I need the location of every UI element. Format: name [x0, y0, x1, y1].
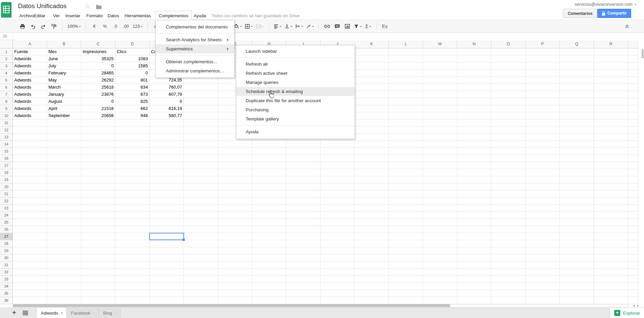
cell-E15[interactable]: [150, 148, 184, 155]
add-sheet-button[interactable]: +: [12, 309, 16, 317]
cell-K31[interactable]: [355, 262, 389, 269]
cell-R15[interactable]: [594, 148, 628, 155]
cell-G18[interactable]: [218, 169, 252, 176]
cell-C33[interactable]: [81, 276, 115, 283]
cell-A1[interactable]: Fuente: [13, 48, 47, 55]
functions-button[interactable]: Σ: [364, 22, 372, 30]
cell-F6[interactable]: [184, 84, 218, 91]
increase-decimals-button[interactable]: .00: [122, 22, 130, 30]
cell-E21[interactable]: [150, 190, 184, 198]
cell-F7[interactable]: [184, 91, 218, 98]
row-header-9[interactable]: 9: [0, 105, 13, 112]
cell-K29[interactable]: [355, 247, 389, 254]
cell-I28[interactable]: [286, 240, 320, 247]
cell-D23[interactable]: [115, 205, 150, 212]
cell-F5[interactable]: [184, 77, 218, 84]
row-header-10[interactable]: 10: [0, 112, 13, 119]
cell-D30[interactable]: [115, 254, 150, 262]
menu-ver[interactable]: Ver: [53, 12, 60, 20]
cell-R28[interactable]: [594, 240, 628, 247]
cell-S8[interactable]: [628, 98, 638, 105]
cell-Q18[interactable]: [560, 169, 594, 176]
cell-E36[interactable]: [150, 297, 184, 304]
cell-F34[interactable]: [184, 283, 218, 290]
cell-R18[interactable]: [594, 169, 628, 176]
cell-C13[interactable]: [81, 134, 115, 141]
cell-B6[interactable]: March: [47, 84, 81, 91]
cell-M4[interactable]: [423, 70, 457, 77]
cell-A9[interactable]: Adwords: [13, 105, 47, 112]
cell-B24[interactable]: [47, 212, 81, 219]
cell-O24[interactable]: [491, 212, 526, 219]
cell-K27[interactable]: [355, 233, 389, 240]
menu-formato[interactable]: Formato: [86, 12, 103, 20]
cell-H36[interactable]: [252, 297, 286, 304]
cell-S3[interactable]: [628, 63, 638, 70]
cell-L27[interactable]: [389, 233, 423, 240]
row-header-21[interactable]: 21: [0, 190, 13, 198]
cell-E19[interactable]: [150, 176, 184, 183]
cell-H27[interactable]: [252, 233, 286, 240]
cell-M6[interactable]: [423, 84, 457, 91]
print-button[interactable]: [19, 22, 26, 30]
cell-J22[interactable]: [320, 198, 355, 205]
cell-K23[interactable]: [355, 205, 389, 212]
cell-B25[interactable]: [47, 219, 81, 226]
cell-I22[interactable]: [286, 198, 320, 205]
redo-button[interactable]: [40, 22, 47, 30]
cell-S9[interactable]: [628, 105, 638, 112]
cell-Q16[interactable]: [560, 155, 594, 162]
row-header-35[interactable]: 35: [0, 290, 13, 297]
cell-L2[interactable]: [389, 55, 423, 63]
cell-C23[interactable]: [81, 205, 115, 212]
cell-B21[interactable]: [47, 190, 81, 198]
cell-S27[interactable]: [628, 233, 638, 240]
cell-K10[interactable]: [355, 112, 389, 119]
cell-K24[interactable]: [355, 212, 389, 219]
cell-P18[interactable]: [526, 169, 560, 176]
cell-O27[interactable]: [491, 233, 526, 240]
cell-J33[interactable]: [320, 276, 355, 283]
cell-L16[interactable]: [389, 155, 423, 162]
cell-Q3[interactable]: [560, 63, 594, 70]
cell-M29[interactable]: [423, 247, 457, 254]
menu-herramientas[interactable]: Herramientas: [125, 12, 151, 20]
cell-B16[interactable]: [47, 155, 81, 162]
cell-E11[interactable]: [150, 119, 184, 127]
cell-A20[interactable]: [13, 183, 47, 190]
cell-P2[interactable]: [526, 55, 560, 63]
cell-D21[interactable]: [115, 190, 150, 198]
cell-J34[interactable]: [320, 283, 355, 290]
row-header-28[interactable]: 28: [0, 240, 13, 247]
cell-A11[interactable]: [13, 119, 47, 127]
cell-F23[interactable]: [184, 205, 218, 212]
cell-A8[interactable]: Adwords: [13, 98, 47, 105]
cell-M14[interactable]: [423, 141, 457, 148]
cell-S16[interactable]: [628, 155, 638, 162]
cell-M27[interactable]: [423, 233, 457, 240]
cell-F24[interactable]: [184, 212, 218, 219]
cell-O26[interactable]: [491, 226, 526, 233]
row-header-33[interactable]: 33: [0, 276, 13, 283]
cell-L20[interactable]: [389, 183, 423, 190]
cell-R14[interactable]: [594, 141, 628, 148]
cell-L4[interactable]: [389, 70, 423, 77]
cell-B36[interactable]: [47, 297, 81, 304]
cell-O35[interactable]: [491, 290, 526, 297]
cell-J20[interactable]: [320, 183, 355, 190]
cell-R16[interactable]: [594, 155, 628, 162]
cell-R36[interactable]: [594, 297, 628, 304]
cell-P22[interactable]: [526, 198, 560, 205]
cell-E5[interactable]: 724,35: [150, 77, 184, 84]
cell-N7[interactable]: [457, 91, 491, 98]
cell-F36[interactable]: [184, 297, 218, 304]
scroll-left-arrow-icon[interactable]: [632, 304, 635, 307]
cell-R35[interactable]: [594, 290, 628, 297]
row-header-8[interactable]: 8: [0, 98, 13, 105]
cell-F18[interactable]: [184, 169, 218, 176]
cell-D26[interactable]: [115, 226, 150, 233]
cell-N32[interactable]: [457, 269, 491, 276]
cell-C4[interactable]: 28465: [81, 70, 115, 77]
cell-K19[interactable]: [355, 176, 389, 183]
cell-J19[interactable]: [320, 176, 355, 183]
